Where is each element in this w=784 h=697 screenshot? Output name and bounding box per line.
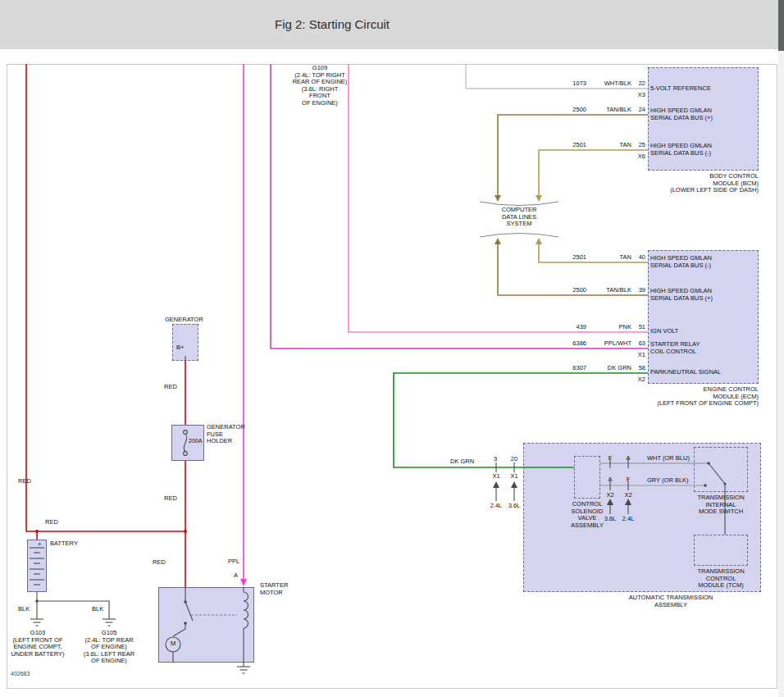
- connector-id: X1: [490, 473, 502, 481]
- pin-number: 63: [633, 340, 645, 348]
- tcm-box: [694, 535, 748, 566]
- wire-color-callout: RED: [164, 495, 177, 503]
- wire-color: PNK: [593, 324, 631, 331]
- page-title: Fig 2: Starting Circuit: [0, 17, 664, 31]
- mode-switch-box: [694, 447, 748, 492]
- connector-id: X2: [631, 376, 645, 384]
- circuit-number: 1073: [562, 80, 586, 88]
- scrollbar-track[interactable]: [778, 0, 784, 697]
- pin-function: HIGH SPEED GMLAN SERIAL DATA BUS (-): [650, 143, 712, 157]
- connector-id: X1: [631, 352, 645, 359]
- ground-g109-label: G109 (2.4L: TOP RIGHT REAR OF ENGINE) (3…: [283, 65, 357, 107]
- connector-id: X1: [508, 473, 520, 481]
- connector-id: X2: [622, 492, 634, 499]
- pin-letter: F: [605, 455, 615, 462]
- wire-color-callout: PPL: [228, 558, 239, 566]
- motor-m-symbol: M: [168, 640, 178, 648]
- computer-data-lines-label: COMPUTER DATA LINES SYSTEM: [495, 207, 544, 228]
- starter-motor-box: [158, 587, 254, 663]
- circuit-number: 6386: [562, 340, 586, 348]
- pin-letter: A: [623, 455, 633, 462]
- pin-function: IGN VOLT: [650, 328, 678, 335]
- circuit-number: 2500: [562, 107, 586, 114]
- diagram-reference-number: 402683: [11, 671, 30, 678]
- connector-id: X6: [631, 153, 645, 161]
- pin-number: 25: [633, 142, 645, 149]
- wire-color-callout: RED: [153, 559, 166, 567]
- wire-color-callout: BLK: [92, 606, 103, 613]
- tcm-caption: TRANSMISSION CONTROL MODULE (TCM): [691, 568, 750, 590]
- wire-color-callout: DK GRN: [450, 458, 474, 466]
- pin-function: 5-VOLT REFERENCE: [650, 85, 711, 93]
- wire-color-callout: WHT (OR BLU): [647, 455, 690, 462]
- connector-id: X3: [631, 92, 645, 99]
- generator-label: GENERATOR: [165, 317, 203, 324]
- fuse-rating: 200A: [189, 438, 202, 445]
- ground-g103-label: G103 (LEFT FRONT OF ENGINE COMPT, UNDER …: [7, 630, 69, 658]
- wire-color-callout: RED: [45, 519, 58, 526]
- circuit-number: 2500: [562, 287, 586, 294]
- pin-number: 24: [633, 107, 645, 114]
- starter-motor-caption: STARTER MOTOR: [260, 582, 288, 596]
- pin-function: PARK/NEUTRAL SIGNAL: [650, 369, 721, 376]
- mode-switch-caption: TRANSMISSION INTERNAL MODE SWITCH: [691, 494, 750, 516]
- wire-color: TAN: [593, 142, 631, 149]
- pin-number: 39: [633, 287, 645, 294]
- battery-plus-terminal: +: [38, 541, 41, 549]
- pin-function: HIGH SPEED GMLAN SERIAL DATA BUS (-): [650, 255, 712, 269]
- battery-label: BATTERY: [50, 540, 78, 548]
- wire-color: TAN: [593, 254, 631, 262]
- fuse-holder-caption: GENERATOR FUSE HOLDER: [207, 424, 245, 445]
- battery-box: [27, 540, 47, 592]
- engine-variant-label: 2.4L: [487, 503, 505, 510]
- engine-variant-label: 3.6L: [505, 503, 523, 510]
- wire-color: DK GRN: [593, 365, 631, 372]
- generator-b-plus-terminal: B+: [176, 344, 184, 352]
- wire-color: TAN/BLK: [593, 287, 631, 294]
- wire-color-callout: RED: [18, 478, 31, 485]
- pin-letter: F: [623, 476, 633, 484]
- scrollbar-thumb[interactable]: [778, 0, 784, 51]
- pin-number: 3: [490, 456, 501, 463]
- circuit-number: 2501: [562, 254, 586, 262]
- ground-g105-label: G105 (2.4L: TOP REAR OF ENGINE) (3.6L: L…: [78, 630, 140, 665]
- pin-number: 58: [633, 365, 645, 372]
- connector-id: X2: [604, 492, 616, 499]
- bcm-caption: BODY CONTROL MODULE (BCM) (LOWER LEFT SI…: [648, 173, 759, 194]
- transmission-assembly-caption: AUTOMATIC TRANSMISSION ASSEMBLY: [613, 594, 728, 608]
- generator-box: [172, 324, 198, 361]
- engine-variant-label: 3.6L: [601, 516, 619, 523]
- wire-color-callout: BLK: [18, 606, 30, 613]
- pin-letter: A: [605, 476, 615, 484]
- wire-color-callout: GRY (OR BLK): [647, 477, 689, 485]
- pin-number: 22: [633, 80, 645, 88]
- page: Fig 2: Starting Circuit: [0, 0, 784, 697]
- wire-color: TAN/BLK: [593, 107, 631, 114]
- wire-color: WHT/BLK: [593, 80, 631, 88]
- circuit-number: 439: [562, 324, 586, 331]
- solenoid-valve-box: [574, 456, 600, 499]
- pin-function: HIGH SPEED GMLAN SERIAL DATA BUS (+): [650, 107, 713, 121]
- pin-function: HIGH SPEED GMLAN SERIAL DATA BUS (+): [650, 288, 713, 302]
- starter-a-terminal: A: [234, 572, 238, 580]
- wire-color: PPL/WHT: [593, 340, 631, 348]
- pin-number: 40: [633, 254, 645, 262]
- pin-number: 51: [633, 324, 645, 331]
- circuit-number: 2501: [562, 142, 586, 149]
- ecm-caption: ENGINE CONTROL MODULE (ECM) (LEFT FRONT …: [648, 386, 759, 408]
- ecm-box: [648, 250, 759, 384]
- pin-number: 20: [508, 456, 521, 463]
- circuit-number: 6307: [562, 365, 586, 372]
- wire-color-callout: RED: [164, 384, 177, 391]
- pin-function: STARTER RELAY COIL CONTROL: [650, 341, 700, 355]
- engine-variant-label: 2.4L: [619, 516, 637, 523]
- title-bar: Fig 2: Starting Circuit: [0, 0, 778, 49]
